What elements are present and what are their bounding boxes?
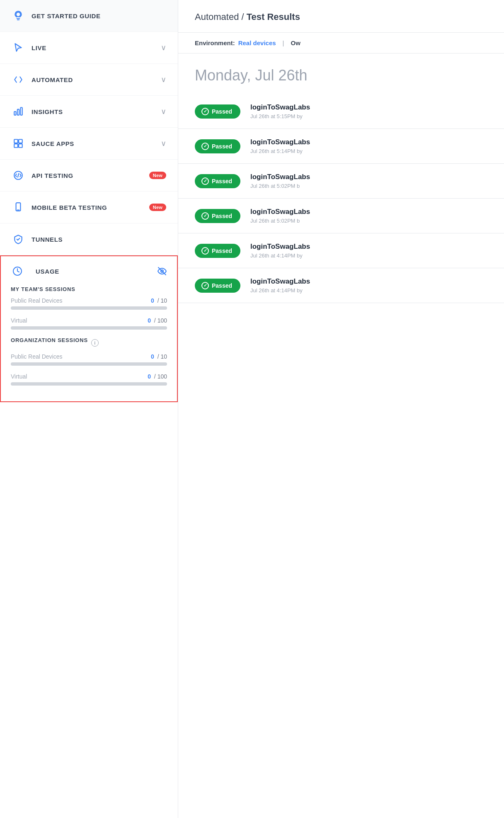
result-info: loginToSwagLabs Jul 26th at 5:02PM b — [250, 173, 487, 189]
svg-rect-3 — [20, 107, 22, 115]
sidebar-label-api-testing: API TESTING — [32, 172, 149, 179]
sidebar-item-sauce-apps[interactable]: SAUCE APPS ∨ — [0, 128, 178, 160]
svg-rect-2 — [17, 109, 19, 115]
sidebar-label-tunnels: TUNNELS — [32, 236, 166, 243]
svg-rect-7 — [19, 144, 22, 148]
status-badge: ✓ Passed — [195, 209, 240, 223]
chevron-sauce-apps: ∨ — [161, 139, 166, 148]
team-virtual-row: Virtual 0 / 100 — [11, 317, 167, 324]
chevron-live: ∨ — [161, 43, 166, 52]
table-row[interactable]: ✓ Passed loginToSwagLabs Jul 26th at 5:1… — [178, 129, 504, 164]
usage-panel: USAGE MY TEAM'S SESSIONS Public Real Dev… — [0, 255, 178, 402]
usage-header: USAGE — [11, 265, 167, 278]
svg-point-0 — [16, 12, 21, 17]
org-virtual-label: Virtual — [11, 373, 27, 380]
team-virtual-count: 0 / 100 — [148, 317, 167, 324]
status-label: Passed — [212, 282, 232, 289]
sidebar-label-insights: INSIGHTS — [32, 108, 161, 115]
filter-separator: | — [283, 39, 284, 46]
check-icon: ✓ — [201, 247, 209, 255]
org-sessions-title: ORGANIZATION SESSIONS — [11, 337, 88, 343]
my-team-sessions-title: MY TEAM'S SESSIONS — [11, 286, 167, 292]
code-icon — [12, 73, 25, 86]
result-info: loginToSwagLabs Jul 26th at 4:14PM by — [250, 243, 487, 259]
result-meta: Jul 26th at 5:02PM b — [250, 183, 487, 189]
sidebar-item-mobile-beta[interactable]: MOBILE BETA TESTING New — [0, 192, 178, 223]
sidebar: GET STARTED GUIDE LIVE ∨ AUTOMATED ∨ INS… — [0, 0, 178, 818]
table-row[interactable]: ✓ Passed loginToSwagLabs Jul 26th at 5:0… — [178, 199, 504, 233]
table-row[interactable]: ✓ Passed loginToSwagLabs Jul 26th at 4:1… — [178, 268, 504, 303]
status-label: Passed — [212, 248, 232, 254]
table-row[interactable]: ✓ Passed loginToSwagLabs Jul 26th at 5:1… — [178, 94, 504, 129]
org-virtual-row: Virtual 0 / 100 — [11, 373, 167, 380]
result-name: loginToSwagLabs — [250, 173, 487, 181]
lightbulb-icon — [12, 9, 25, 22]
result-name: loginToSwagLabs — [250, 243, 487, 251]
result-name: loginToSwagLabs — [250, 208, 487, 216]
status-label: Passed — [212, 108, 232, 115]
sidebar-item-insights[interactable]: INSIGHTS ∨ — [0, 96, 178, 128]
table-row[interactable]: ✓ Passed loginToSwagLabs Jul 26th at 4:1… — [178, 233, 504, 268]
check-icon: ✓ — [201, 282, 209, 289]
results-list: ✓ Passed loginToSwagLabs Jul 26th at 5:1… — [178, 94, 504, 303]
status-badge: ✓ Passed — [195, 139, 240, 153]
sidebar-item-live[interactable]: LIVE ∨ — [0, 32, 178, 64]
team-public-devices-label: Public Real Devices — [11, 297, 63, 304]
result-info: loginToSwagLabs Jul 26th at 5:15PM by — [250, 103, 487, 119]
table-row[interactable]: ✓ Passed loginToSwagLabs Jul 26th at 5:0… — [178, 164, 504, 199]
check-icon: ✓ — [201, 212, 209, 220]
svg-rect-4 — [14, 139, 18, 143]
status-badge: ✓ Passed — [195, 244, 240, 258]
chevron-insights: ∨ — [161, 107, 166, 116]
shield-icon — [12, 233, 25, 246]
org-sessions-title-row: ORGANIZATION SESSIONS i — [11, 337, 167, 348]
sidebar-label-automated: AUTOMATED — [32, 76, 161, 83]
usage-icon — [11, 265, 24, 278]
result-meta: Jul 26th at 5:15PM by — [250, 113, 487, 119]
badge-api-testing: New — [149, 172, 166, 179]
chevron-automated: ∨ — [161, 75, 166, 84]
org-virtual-progress — [11, 382, 167, 386]
result-info: loginToSwagLabs Jul 26th at 4:14PM by — [250, 277, 487, 294]
badge-mobile-beta: New — [149, 204, 166, 211]
grid-icon — [12, 137, 25, 150]
mobile-icon — [12, 201, 25, 214]
svg-rect-5 — [19, 139, 22, 143]
result-meta: Jul 26th at 5:02PM b — [250, 218, 487, 224]
main-header: Automated / Test Results — [178, 0, 504, 33]
usage-title-row: USAGE — [11, 265, 59, 278]
status-badge: ✓ Passed — [195, 279, 240, 293]
org-sessions-info-icon[interactable]: i — [91, 339, 99, 347]
chart-icon — [12, 105, 25, 118]
cursor-icon — [12, 41, 25, 54]
environment-value[interactable]: Real devices — [238, 39, 276, 46]
check-icon: ✓ — [201, 108, 209, 115]
team-virtual-label: Virtual — [11, 317, 27, 324]
team-public-devices-row: Public Real Devices 0 / 10 — [11, 297, 167, 304]
sidebar-item-automated[interactable]: AUTOMATED ∨ — [0, 64, 178, 96]
sidebar-item-tunnels[interactable]: TUNNELS — [0, 223, 178, 255]
hide-usage-icon[interactable] — [157, 266, 167, 276]
result-meta: Jul 26th at 4:14PM by — [250, 287, 487, 294]
result-meta: Jul 26th at 4:14PM by — [250, 252, 487, 259]
owner-label: Ow — [291, 39, 300, 46]
check-icon: ✓ — [201, 143, 209, 150]
org-public-devices-progress — [11, 362, 167, 366]
result-name: loginToSwagLabs — [250, 277, 487, 286]
org-public-devices-count: 0 / 10 — [151, 353, 167, 360]
result-name: loginToSwagLabs — [250, 138, 487, 146]
sidebar-label-sauce-apps: SAUCE APPS — [32, 140, 161, 147]
breadcrumb: Automated / Test Results — [195, 12, 487, 22]
team-virtual-progress — [11, 326, 167, 330]
status-label: Passed — [212, 178, 232, 184]
main-content: Automated / Test Results Environment: Re… — [178, 0, 504, 818]
sidebar-item-get-started[interactable]: GET STARTED GUIDE — [0, 0, 178, 32]
usage-title: USAGE — [36, 268, 59, 275]
result-name: loginToSwagLabs — [250, 103, 487, 112]
sidebar-item-api-testing[interactable]: API TESTING New — [0, 160, 178, 192]
svg-rect-1 — [14, 112, 16, 115]
svg-rect-6 — [14, 144, 18, 148]
environment-label: Environment: — [195, 39, 235, 46]
result-meta: Jul 26th at 5:14PM by — [250, 148, 487, 154]
org-public-devices-row: Public Real Devices 0 / 10 — [11, 353, 167, 360]
